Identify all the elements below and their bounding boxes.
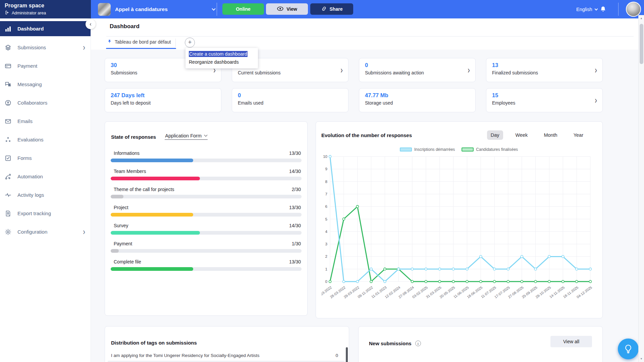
tag-count: 0: [335, 353, 338, 358]
tags-panel: Distribution of tags on submissions I am…: [105, 326, 349, 362]
exit-icon: [5, 10, 10, 16]
chevron-right-icon[interactable]: ›: [340, 65, 343, 75]
sidebar-item-label: Configuration: [17, 229, 83, 235]
chevron-right-icon[interactable]: ›: [468, 65, 470, 75]
response-bar-survey: Survey14/30: [111, 222, 302, 235]
page-header: Dashboard Tableau de bord par défaut +: [91, 18, 638, 50]
response-bar-payment: Payment1/30: [111, 240, 302, 253]
gear-icon: [5, 229, 11, 235]
chevron-right-icon: ›: [83, 43, 85, 53]
sidebar-item-label: Export tracking: [17, 210, 85, 216]
administrator-area-link[interactable]: Administrator area: [5, 10, 91, 16]
tab-default-dashboard[interactable]: Tableau de bord par défaut: [107, 39, 171, 45]
stat-card-submissions-awaiting-action[interactable]: 0Submissions awaiting action›: [359, 58, 476, 82]
tab-label: Tableau de bord par défaut: [115, 39, 171, 45]
stat-label: Days left to deposit: [111, 100, 208, 106]
scroll-up-arrow[interactable]: ▲: [639, 17, 644, 20]
brand-block: Program space Administrator area: [0, 0, 91, 18]
evolution-panel: Evolution of the number of responses Day…: [316, 121, 603, 318]
share-button[interactable]: Share: [310, 3, 353, 15]
range-buttons: DayWeekMonthYear: [487, 130, 587, 140]
chevron-down-icon[interactable]: [212, 7, 215, 10]
stat-label: Current submissions: [238, 70, 335, 75]
sidebar-item-emails[interactable]: Emails: [0, 112, 91, 130]
stat-value: 0: [238, 92, 335, 99]
stat-card-employees[interactable]: 15Employees›: [486, 88, 603, 112]
svg-text:8: 8: [325, 180, 327, 184]
person-icon: [5, 100, 11, 106]
sidebar-item-configuration[interactable]: Configuration›: [0, 223, 91, 241]
sidebar-collapse-button[interactable]: ‹: [86, 19, 96, 29]
topbar: Program space Administrator area Appel à…: [0, 0, 644, 18]
range-button-week[interactable]: Week: [512, 130, 532, 140]
tags-scrollbar-thumb[interactable]: [346, 347, 348, 362]
scroll-down-arrow[interactable]: ▼: [639, 357, 644, 360]
sidebar-item-dashboard[interactable]: Dashboard: [0, 21, 91, 36]
language-selector[interactable]: English: [576, 0, 597, 18]
menu-item-reorganize-dashboards[interactable]: Reorganize dashboards: [185, 58, 258, 66]
sidebar-item-export-tracking[interactable]: Export tracking: [0, 204, 91, 223]
bar-fill: [111, 195, 123, 198]
tag-row[interactable]: I am applying for the Tomi Ungerer Resid…: [111, 353, 343, 358]
info-icon[interactable]: i: [415, 341, 421, 346]
range-button-day[interactable]: Day: [487, 130, 503, 140]
sidebar-item-collaborators[interactable]: Collaborators: [0, 94, 91, 112]
stat-label: Submissions awaiting action: [365, 70, 462, 75]
help-lightbulb-button[interactable]: [618, 339, 639, 359]
pulse-icon: [5, 192, 11, 198]
workspace-selector[interactable]: Appel à candidatures: [98, 0, 215, 18]
stat-card-days-left-to-deposit: 247 Days leftDays left to deposit: [105, 88, 221, 112]
header-divider: [106, 36, 634, 37]
notifications-bell-icon[interactable]: [599, 5, 607, 15]
sidebar-item-submissions[interactable]: Submissions›: [0, 38, 91, 57]
legend-item[interactable]: Inscriptions démarrées: [400, 147, 455, 152]
bar-value: 13/30: [289, 259, 301, 264]
sidebar-item-evaluations[interactable]: Evaluations: [0, 130, 91, 149]
stat-card-emails-used: 0Emails used: [232, 88, 348, 112]
add-dashboard-button[interactable]: +: [185, 38, 195, 48]
form-select[interactable]: Application Form: [165, 133, 208, 140]
online-status-button[interactable]: Online: [222, 3, 264, 15]
chevron-down-icon: [594, 7, 598, 10]
legend-label: Inscriptions démarrées: [414, 147, 455, 152]
view-all-button[interactable]: View all: [550, 336, 592, 347]
bar-fill: [111, 231, 200, 235]
range-button-month[interactable]: Month: [540, 130, 561, 140]
view-button[interactable]: View: [266, 3, 308, 15]
sidebar-item-payment[interactable]: Payment: [0, 57, 91, 75]
stars-icon: [5, 136, 11, 143]
sidebar-item-forms[interactable]: Forms: [0, 149, 91, 167]
evolution-chart: 01234567891017-03-202228-03-202229-03-20…: [321, 153, 596, 311]
sidebar-item-label: Forms: [17, 155, 85, 161]
topbar-divider: [618, 3, 619, 16]
workspace-thumbnail: [98, 3, 111, 16]
stat-card-finalized-submissions[interactable]: 13Finalized submissions›: [486, 58, 603, 82]
svg-text:10: 10: [323, 155, 327, 159]
menu-item-create-dashboard[interactable]: Create a custom dashboard: [185, 50, 258, 58]
bar-track: [111, 213, 302, 217]
sidebar-item-activity-logs[interactable]: Activity logs: [0, 186, 91, 204]
bar-fill: [111, 159, 193, 162]
chevron-right-icon[interactable]: ›: [595, 65, 597, 75]
main-content: Dashboard Tableau de bord par défaut + C…: [91, 18, 638, 362]
bar-fill: [111, 177, 200, 180]
scrollbar-thumb[interactable]: [640, 24, 643, 64]
page-scrollbar[interactable]: ▲ ▼: [638, 15, 644, 362]
eye-icon: [277, 6, 284, 12]
tag-row-partial: [108, 361, 345, 362]
bar-label: Project: [114, 205, 128, 210]
svg-text:04-12-2025: 04-12-2025: [576, 285, 593, 299]
user-avatar[interactable]: [626, 2, 641, 17]
sidebar-item-automation[interactable]: Automation: [0, 167, 91, 186]
legend-item[interactable]: Candidatures finalisées: [462, 147, 518, 152]
sidebar-nav: DashboardSubmissions›PaymentMessagingCol…: [0, 21, 91, 241]
bar-value: 13/30: [289, 205, 301, 210]
svg-text:9: 9: [325, 167, 327, 171]
svg-text:5: 5: [325, 217, 327, 221]
sidebar-item-messaging[interactable]: Messaging: [0, 75, 91, 94]
bar-fill: [111, 267, 193, 271]
bar-track: [111, 177, 302, 180]
legend-swatch: [462, 147, 474, 152]
range-button-year[interactable]: Year: [570, 130, 587, 140]
chevron-right-icon[interactable]: ›: [595, 95, 597, 106]
